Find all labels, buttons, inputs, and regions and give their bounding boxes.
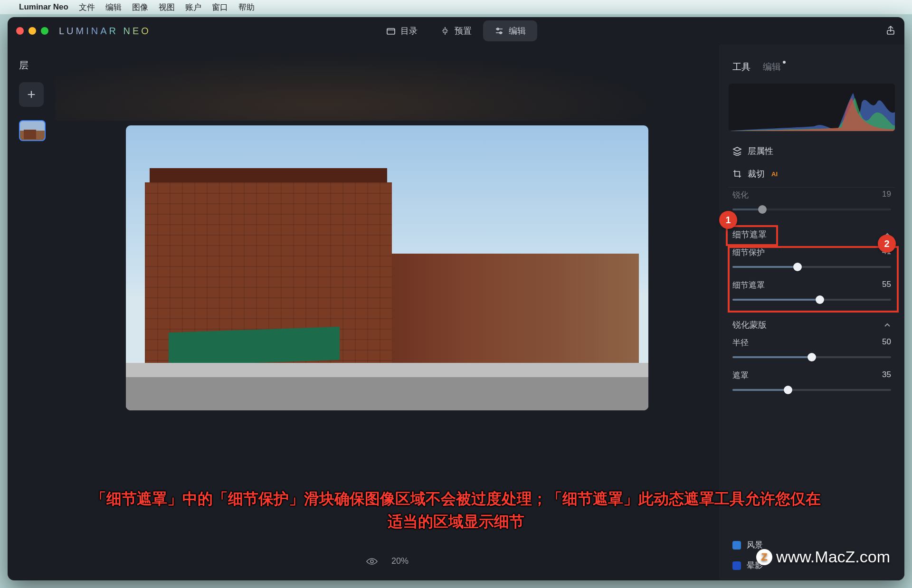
share-icon	[885, 25, 896, 35]
layers-title: 层	[19, 59, 55, 72]
section-detail-mask-label: 细节遮罩	[732, 229, 767, 240]
menu-edit[interactable]: 编辑	[105, 2, 122, 13]
mask-value: 35	[882, 370, 891, 381]
sharpen-label: 锐化	[732, 190, 749, 200]
tab-presets-label: 预置	[455, 25, 472, 37]
sharpen-slider[interactable]	[732, 203, 891, 216]
panel-tab-tools[interactable]: 工具	[732, 61, 750, 73]
detail-protect-slider[interactable]	[732, 261, 891, 273]
radius-slider[interactable]	[732, 351, 891, 363]
menu-help[interactable]: 帮助	[238, 2, 255, 13]
tab-catalog-label: 目录	[400, 25, 418, 37]
detail-protect-label: 细节保护	[732, 247, 765, 258]
svg-rect-0	[387, 28, 395, 34]
divider	[729, 187, 895, 188]
menu-window[interactable]: 窗口	[212, 2, 228, 13]
zoom-label[interactable]: 20%	[391, 556, 408, 566]
tool-layer-properties[interactable]: 层属性	[719, 140, 904, 162]
crop-icon	[732, 169, 742, 179]
annotation-badge-1: 1	[719, 211, 737, 229]
folder-icon	[386, 26, 396, 36]
image-canvas[interactable]	[126, 125, 648, 410]
add-layer-button[interactable]: +	[19, 82, 44, 107]
menu-file[interactable]: 文件	[79, 2, 95, 13]
radius-value: 50	[882, 337, 891, 348]
tab-catalog[interactable]: 目录	[375, 20, 429, 41]
edits-indicator-dot	[783, 61, 786, 64]
detail-mask-label: 细节遮罩	[732, 280, 765, 291]
ai-badge: AI	[771, 171, 778, 178]
crop-label: 裁切	[748, 168, 765, 180]
menu-account[interactable]: 账户	[185, 2, 201, 13]
tab-edit[interactable]: 编辑	[483, 20, 537, 41]
layers-icon	[732, 146, 742, 156]
tool-crop[interactable]: 裁切 AI	[719, 162, 904, 185]
menubar-app[interactable]: Luminar Neo	[19, 2, 68, 12]
close-icon[interactable]	[16, 27, 24, 35]
mask-slider[interactable]	[732, 384, 891, 396]
section-sharpen-mask-label: 锐化蒙版	[732, 319, 767, 331]
menu-view[interactable]: 视图	[159, 2, 175, 13]
share-button[interactable]	[885, 25, 896, 37]
caption-line-1: 「细节遮罩」中的「细节保护」滑块确保图像区域不会被过度处理；「细节遮罩」此动态遮…	[27, 487, 885, 510]
sharpen-value: 19	[882, 190, 891, 200]
panel-tab-edits[interactable]: 编辑	[763, 61, 786, 73]
app-window: LUMINAR NEO 目录 预置 编辑 层 +	[8, 17, 904, 580]
section-detail-mask[interactable]: 细节遮罩	[719, 222, 904, 247]
eye-icon[interactable]	[366, 557, 378, 566]
tab-edit-label: 编辑	[509, 25, 526, 37]
layer-thumb-1[interactable]	[19, 120, 46, 141]
minimize-icon[interactable]	[28, 27, 36, 35]
canvas-footer: 20%	[366, 556, 408, 566]
mode-tabs: 目录 预置 编辑	[375, 20, 537, 41]
mac-menubar: Luminar Neo 文件 编辑 图像 视图 账户 窗口 帮助	[0, 0, 912, 14]
sliders-icon	[494, 26, 504, 36]
zoom-icon[interactable]	[41, 27, 48, 35]
tutorial-caption: 「细节遮罩」中的「细节保护」滑块确保图像区域不会被过度处理；「细节遮罩」此动态遮…	[8, 487, 904, 533]
radius-label: 半径	[732, 337, 749, 348]
app-logo: LUMINAR NEO	[59, 26, 151, 37]
detail-mask-value: 55	[882, 280, 891, 291]
layer-props-label: 层属性	[748, 145, 773, 157]
detail-mask-slider[interactable]	[732, 294, 891, 306]
watermark-badge: Z	[756, 549, 772, 565]
chevron-up-icon	[884, 321, 891, 329]
watermark: Z www.MacZ.com	[756, 548, 890, 566]
caption-line-2: 适当的区域显示细节	[27, 510, 885, 533]
histogram[interactable]	[729, 84, 895, 131]
annotation-badge-2: 2	[878, 235, 896, 253]
svg-point-4	[370, 560, 373, 563]
window-controls	[16, 27, 48, 35]
swatch-blue	[732, 541, 741, 550]
tab-presets[interactable]: 预置	[429, 20, 483, 41]
mask-label: 遮罩	[732, 370, 749, 381]
titlebar: LUMINAR NEO 目录 预置 编辑	[8, 17, 904, 45]
sparkle-icon	[440, 26, 450, 36]
panel-tabs: 工具 编辑	[719, 45, 904, 79]
watermark-text: www.MacZ.com	[776, 548, 890, 566]
swatch-darkblue	[732, 561, 741, 570]
section-sharpen-mask[interactable]: 锐化蒙版	[719, 313, 904, 337]
menu-image[interactable]: 图像	[132, 2, 148, 13]
